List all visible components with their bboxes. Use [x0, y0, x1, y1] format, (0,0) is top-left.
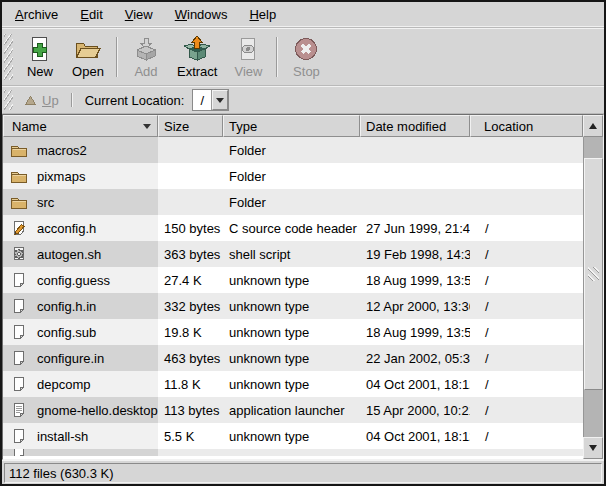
stop-button[interactable]: Stop — [282, 32, 330, 83]
scroll-down-button[interactable] — [583, 437, 603, 459]
scrollbar-thumb[interactable] — [584, 158, 603, 390]
file-size: 332 bytes — [158, 293, 223, 319]
file-date-modified — [360, 163, 470, 189]
extract-button[interactable]: Extract — [170, 32, 224, 83]
add-button[interactable]: Add — [122, 32, 170, 83]
table-row[interactable]: pixmaps Folder — [3, 163, 583, 189]
doc-icon — [10, 376, 28, 393]
file-name-cell: config.sub — [3, 319, 158, 345]
file-type: shell script — [223, 241, 360, 267]
file-date-modified: 22 Jan 2002, 05:35 — [360, 345, 470, 371]
file-date-modified: 12 Apr 2000, 13:36 — [360, 293, 470, 319]
new-button-label: New — [27, 65, 53, 79]
file-size: 463 bytes — [158, 345, 223, 371]
file-type: Folder — [223, 189, 360, 215]
file-date-modified: 18 Aug 1999, 13:53 — [360, 319, 470, 345]
file-size: 113 bytes — [158, 397, 223, 423]
file-size: 5.5 K — [158, 423, 223, 449]
table-row-partial[interactable] — [3, 449, 583, 456]
menu-view[interactable]: View — [114, 3, 164, 26]
file-name-cell: macros2 — [3, 137, 158, 163]
file-name: config.guess — [37, 273, 110, 288]
file-name-cell: src — [3, 189, 158, 215]
location-combo-dropdown-button[interactable] — [212, 90, 228, 110]
column-header-type[interactable]: Type — [223, 115, 360, 137]
up-button[interactable]: Up — [16, 90, 67, 111]
file-name: config.h.in — [37, 299, 96, 314]
file-date-modified: 19 Feb 1998, 14:31 — [360, 241, 470, 267]
extract-button-label: Extract — [177, 65, 217, 79]
file-type: unknown type — [223, 371, 360, 397]
table-row[interactable]: autogen.sh 363 bytes shell script 19 Feb… — [3, 241, 583, 267]
table-row[interactable]: install-sh 5.5 K unknown type 04 Oct 200… — [3, 423, 583, 449]
scroll-up-button[interactable] — [583, 115, 603, 137]
column-header-location[interactable]: Location — [470, 115, 583, 137]
toolbar-separator — [116, 37, 118, 77]
file-name: configure.in — [37, 351, 104, 366]
menu-edit[interactable]: Edit — [69, 3, 113, 26]
location-combo-value[interactable]: / — [193, 90, 212, 110]
status-text: 112 files (630.3 K) — [9, 466, 114, 481]
table-row[interactable]: config.guess 27.4 K unknown type 18 Aug … — [3, 267, 583, 293]
doc-icon — [10, 272, 28, 289]
table-row[interactable]: config.h.in 332 bytes unknown type 12 Ap… — [3, 293, 583, 319]
file-location — [470, 189, 583, 215]
file-type — [223, 449, 360, 456]
file-date-modified — [360, 189, 470, 215]
toolbar: New Open Add Extract View Stop — [2, 28, 604, 86]
status-box: 112 files (630.3 K) — [4, 463, 602, 483]
column-header-name[interactable]: Name — [3, 115, 158, 137]
file-type: unknown type — [223, 267, 360, 293]
file-date-modified: 04 Oct 2001, 18:12 — [360, 371, 470, 397]
status-bar: 112 files (630.3 K) — [2, 460, 604, 484]
table-row[interactable]: gnome-hello.desktop 113 bytes applicatio… — [3, 397, 583, 423]
file-location — [470, 449, 583, 456]
doc-icon — [10, 428, 28, 445]
open-button[interactable]: Open — [64, 32, 112, 83]
menu-help[interactable]: Help — [238, 3, 287, 26]
table-row[interactable]: config.sub 19.8 K unknown type 18 Aug 19… — [3, 319, 583, 345]
view-button-label: View — [234, 65, 262, 79]
file-type: application launcher — [223, 397, 360, 423]
open-button-label: Open — [72, 65, 104, 79]
menu-archive[interactable]: Archive — [4, 3, 69, 26]
table-row[interactable]: configure.in 463 bytes unknown type 22 J… — [3, 345, 583, 371]
toolbar-drag-handle[interactable] — [4, 34, 13, 80]
column-header-date-modified[interactable]: Date modified — [360, 115, 470, 137]
file-name-cell: config.h.in — [3, 293, 158, 319]
file-name: install-sh — [37, 429, 88, 444]
file-name: pixmaps — [37, 169, 85, 184]
column-header-size[interactable]: Size — [158, 115, 223, 137]
file-size — [158, 449, 223, 456]
file-name: src — [37, 195, 54, 210]
scrollbar-trough[interactable] — [583, 137, 603, 437]
new-button[interactable]: New — [16, 32, 64, 83]
vertical-scrollbar — [583, 115, 603, 459]
extract-icon — [183, 35, 211, 63]
table-row[interactable]: acconfig.h 150 bytes C source code heade… — [3, 215, 583, 241]
table-row[interactable]: macros2 Folder — [3, 137, 583, 163]
arrow-down-icon — [589, 445, 597, 451]
table-row[interactable]: depcomp 11.8 K unknown type 04 Oct 2001,… — [3, 371, 583, 397]
location-bar: Up Current Location: / — [2, 86, 604, 114]
folder-icon — [10, 168, 28, 185]
file-name: acconfig.h — [37, 221, 96, 236]
location-combo[interactable]: / — [192, 89, 229, 111]
launcher-doc-icon — [10, 402, 28, 419]
doc-icon — [10, 350, 28, 367]
file-size: 363 bytes — [158, 241, 223, 267]
file-size — [158, 163, 223, 189]
file-location: / — [470, 241, 583, 267]
table-row[interactable]: src Folder — [3, 189, 583, 215]
file-size: 150 bytes — [158, 215, 223, 241]
file-date-modified: 27 Jun 1999, 21:49 — [360, 215, 470, 241]
view-button[interactable]: View — [224, 32, 272, 83]
file-name-cell: install-sh — [3, 423, 158, 449]
file-name-cell: pixmaps — [3, 163, 158, 189]
location-bar-drag-handle[interactable] — [4, 90, 13, 110]
up-triangle-icon — [24, 95, 37, 106]
file-name: autogen.sh — [37, 247, 101, 262]
file-date-modified: 04 Oct 2001, 18:12 — [360, 423, 470, 449]
script-doc-icon — [10, 246, 28, 263]
menu-windows[interactable]: Windows — [164, 3, 239, 26]
